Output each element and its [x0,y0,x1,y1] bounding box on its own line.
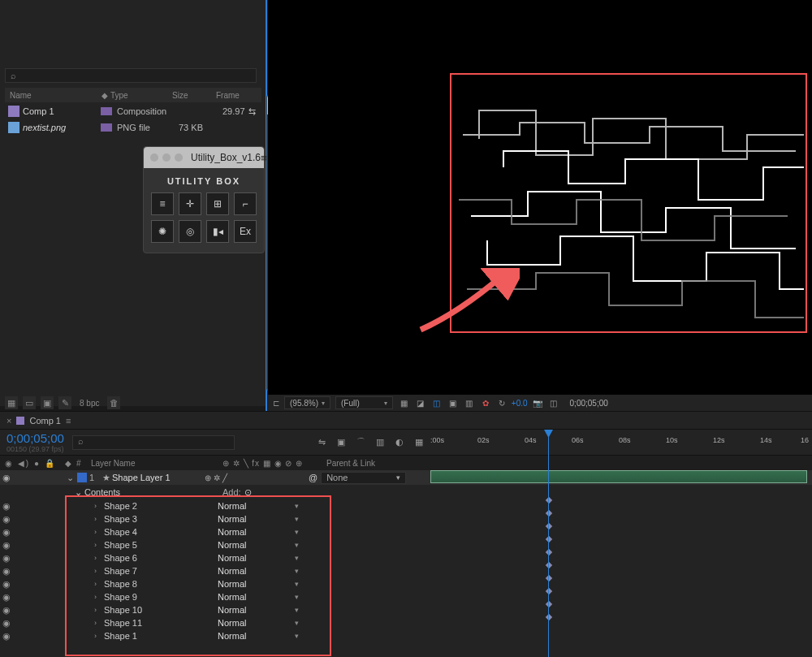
blend-mode-dropdown[interactable]: Normal▾ [218,631,313,641]
grid-icon[interactable]: ⊞ [206,192,229,215]
blend-mode-dropdown[interactable]: Normal▾ [218,501,313,511]
region-icon[interactable]: ◫ [430,396,443,409]
target-icon[interactable]: ◎ [179,220,201,243]
keyframe-marker[interactable] [546,562,552,568]
draft3d-icon[interactable]: ▣ [335,436,348,449]
chevron-right-icon[interactable]: › [94,580,104,588]
chevron-right-icon[interactable]: › [94,554,104,562]
channel-icon[interactable]: ▥ [463,396,476,409]
transparency-grid-icon[interactable]: ▦ [398,396,411,409]
blend-mode-dropdown[interactable]: Normal▾ [218,566,313,576]
visibility-toggle[interactable]: ◉ [0,527,13,538]
chevron-right-icon[interactable]: › [94,606,104,614]
blend-mode-dropdown[interactable]: Normal▾ [218,592,313,602]
visibility-toggle[interactable]: ◉ [0,605,13,616]
blend-mode-dropdown[interactable]: Normal▾ [218,579,313,589]
window-min-icon[interactable] [162,153,171,162]
visibility-toggle[interactable]: ◉ [0,540,13,551]
path-icon[interactable]: ⌐ [234,192,257,215]
visibility-toggle[interactable]: ◉ [0,592,13,603]
keyframe-marker[interactable] [546,497,552,504]
shape-name[interactable]: Shape 6 [104,553,218,563]
keyframe-marker[interactable] [546,536,552,542]
reset-exposure-icon[interactable]: ↻ [495,396,508,409]
shape-name[interactable]: Shape 2 [104,501,218,511]
anchor-icon[interactable]: ✛ [179,192,201,215]
guides-icon[interactable]: ▣ [447,396,460,409]
new-comp-icon[interactable]: ▣ [41,396,54,409]
visibility-toggle[interactable]: ◉ [0,579,13,590]
current-timecode[interactable]: 0;00;05;00 [6,431,64,445]
shape-name[interactable]: Shape 7 [104,566,218,576]
bracket-icon[interactable]: ⊏ [273,399,279,408]
flowchart-icon[interactable]: ⇆ [248,106,256,117]
visibility-toggle[interactable]: ◉ [0,473,13,483]
visibility-toggle[interactable]: ◉ [0,566,13,577]
expression-icon[interactable]: Ex [234,220,257,243]
playhead[interactable] [548,430,549,657]
shape-name[interactable]: Shape 5 [104,540,218,550]
keyframe-marker[interactable] [546,601,552,607]
zoom-dropdown[interactable]: (95.8%)▾ [284,396,330,409]
shape-name[interactable]: Shape 9 [104,592,218,602]
project-search-input[interactable]: ⌕ [5,68,257,83]
visibility-toggle[interactable]: ◉ [0,618,13,629]
col-size[interactable]: Size [172,91,216,100]
shape-name[interactable]: Shape 11 [104,618,218,628]
pickwhip-icon[interactable]: @ [309,473,317,482]
project-item-nextist[interactable]: nextist.png PNG file 73 KB [5,120,261,135]
chevron-right-icon[interactable]: › [94,502,104,510]
chevron-right-icon[interactable]: › [94,619,104,627]
col-name[interactable]: Name [5,91,99,100]
blend-mode-dropdown[interactable]: Normal▾ [218,553,313,563]
tab-menu-icon[interactable]: ≡ [66,416,71,426]
keyframe-marker[interactable] [546,614,552,620]
graph-editor-icon[interactable]: ▦ [412,436,425,449]
shape-name[interactable]: Shape 1 [104,631,218,641]
item-tag[interactable] [101,123,112,132]
chevron-right-icon[interactable]: › [94,593,104,601]
show-snapshot-icon[interactable]: ◫ [547,396,560,409]
comp-flowchart-icon[interactable]: ⇋ [315,436,328,449]
add-menu-icon[interactable]: ⊙ [244,487,252,498]
visibility-toggle[interactable]: ◉ [0,501,13,512]
project-item-comp1[interactable]: Comp 1 Composition 29.97⇆ [5,104,261,119]
tab-comp1[interactable]: Comp 1 [29,416,61,426]
sun-icon[interactable]: ✺ [151,220,174,243]
shape-name[interactable]: Shape 3 [104,514,218,524]
utility-box-titlebar[interactable]: Utility_Box_v1.6 ≡ [144,147,264,168]
col-tag[interactable]: ◆ [99,91,110,100]
layer-switches[interactable]: ⊕ ✲ ╱ [205,473,309,482]
keyframe-marker[interactable] [546,549,552,555]
trash-icon[interactable]: 🗑 [107,396,120,409]
blend-mode-dropdown[interactable]: Normal▾ [218,605,313,615]
align-icon[interactable]: ≡ [151,192,174,215]
blend-mode-dropdown[interactable]: Normal▾ [218,514,313,524]
twirl-down-icon[interactable]: ⌄ [75,487,84,498]
shape-name[interactable]: Shape 8 [104,579,218,589]
chevron-right-icon[interactable]: › [94,632,104,640]
timeline-tracks[interactable] [430,470,807,657]
layer-name[interactable]: Shape Layer 1 [112,473,205,482]
time-ruler[interactable]: :00s 02s 04s 06s 08s 10s 12s 14s 16 [430,430,807,456]
camera-icon[interactable]: ▮◂ [206,220,229,243]
shape-name[interactable]: Shape 4 [104,527,218,537]
motion-blur-icon[interactable]: ◐ [393,436,406,449]
frame-blend-icon[interactable]: ▥ [374,436,387,449]
adjust-icon[interactable]: ✎ [58,396,71,409]
chevron-right-icon[interactable]: › [94,541,104,549]
layer-duration-bar[interactable] [430,470,807,483]
window-close-icon[interactable] [150,153,158,162]
layer-label-color[interactable] [77,473,87,482]
twirl-down-icon[interactable]: ⌄ [65,473,75,483]
visibility-toggle[interactable]: ◉ [0,553,13,564]
keyframe-marker[interactable] [546,510,552,517]
blend-mode-dropdown[interactable]: Normal▾ [218,618,313,628]
window-max-icon[interactable] [175,153,183,162]
blend-mode-dropdown[interactable]: Normal▾ [218,527,313,537]
visibility-toggle[interactable]: ◉ [0,631,13,642]
mask-icon[interactable]: ◪ [414,396,427,409]
exposure-value[interactable]: +0.0 [512,399,528,408]
tab-close-icon[interactable]: × [6,416,11,426]
col-frame[interactable]: Frame [216,91,261,100]
